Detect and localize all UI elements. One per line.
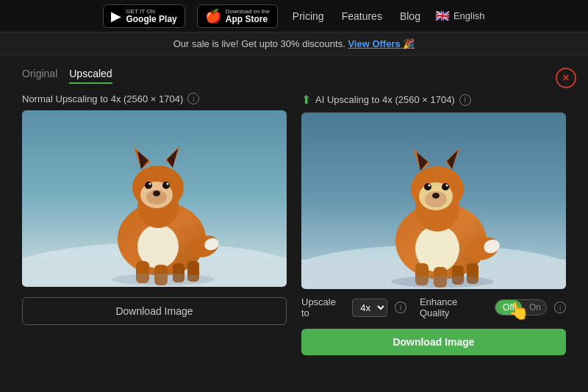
svg-point-12 (149, 183, 151, 185)
enhance-info-icon[interactable]: i (554, 302, 566, 313)
comparison-panels: Normal Upscaling to 4x (2560 × 1704) i (22, 93, 566, 355)
ai-fox-image (301, 113, 566, 289)
blog-link[interactable]: Blog (397, 10, 423, 22)
ai-info-icon[interactable]: i (459, 94, 471, 106)
download-ai-button[interactable]: Download Image (301, 329, 566, 355)
svg-point-24 (112, 274, 215, 285)
apple-icon: 🍎 (205, 8, 221, 24)
language-label: English (453, 10, 485, 21)
google-play-label: Google Play (126, 15, 176, 24)
main-content: × Original Upscaled Normal Upscaling to … (0, 56, 588, 367)
svg-point-49 (391, 276, 494, 288)
features-link[interactable]: Features (339, 10, 385, 22)
upscale-select[interactable]: 4x 2x 8x (352, 299, 387, 317)
view-tabs: Original Upscaled (22, 68, 566, 84)
close-button[interactable]: × (556, 68, 576, 88)
upscale-to-label: Upscale to (301, 296, 345, 318)
svg-point-34 (432, 193, 440, 199)
svg-point-38 (446, 185, 448, 187)
normal-panel-title: Normal Upscaling to 4x (2560 × 1704) i (22, 93, 287, 104)
party-emoji: 🎉 (403, 38, 415, 49)
svg-point-37 (429, 185, 431, 187)
app-store-label: App Store (226, 15, 270, 24)
svg-point-13 (167, 183, 169, 185)
promo-text: Our sale is live! Get upto 30% discounts… (173, 38, 345, 49)
enhance-toggle[interactable]: Off On (495, 299, 547, 316)
flag-icon: 🇬🇧 (435, 9, 450, 23)
ai-image-container (301, 113, 566, 289)
normal-image-container (22, 110, 287, 287)
ai-upscale-icon: ⬆ (301, 93, 311, 107)
enhance-quality-label: Enhance Quality (420, 296, 487, 318)
upscale-info-icon[interactable]: i (395, 302, 406, 313)
ai-panel-title: ⬆ AI Upscaling to 4x (2560 × 1704) i (301, 93, 566, 107)
google-play-icon: ▶ (111, 8, 121, 24)
svg-point-10 (145, 182, 152, 189)
top-navigation: ▶ GET IT ON Google Play 🍎 Download on th… (0, 0, 588, 32)
svg-point-11 (162, 182, 170, 189)
normal-fox-image (22, 110, 287, 287)
tab-original[interactable]: Original (22, 68, 57, 84)
svg-point-9 (153, 190, 160, 196)
view-offers-link[interactable]: View Offers 🎉 (348, 38, 415, 49)
ai-upscaling-panel: ⬆ AI Upscaling to 4x (2560 × 1704) i (301, 93, 566, 355)
download-normal-button[interactable]: Download Image (22, 297, 287, 325)
svg-point-35 (424, 183, 431, 190)
pricing-link[interactable]: Pricing (290, 10, 327, 22)
toggle-off-option[interactable]: Off (495, 300, 522, 315)
normal-upscaling-panel: Normal Upscaling to 4x (2560 × 1704) i (22, 93, 287, 355)
app-store-button[interactable]: 🍎 Download on the App Store (197, 4, 278, 28)
svg-point-36 (442, 183, 449, 190)
promo-banner: Our sale is live! Get upto 30% discounts… (0, 32, 588, 56)
toggle-on-option[interactable]: On (522, 300, 548, 315)
tab-upscaled[interactable]: Upscaled (69, 68, 112, 84)
google-play-button[interactable]: ▶ GET IT ON Google Play (103, 4, 184, 28)
normal-info-icon[interactable]: i (187, 93, 199, 104)
upscale-controls: Upscale to 4x 2x 8x i Enhance Quality Of… (301, 296, 566, 318)
language-selector[interactable]: 🇬🇧 English (435, 9, 485, 23)
